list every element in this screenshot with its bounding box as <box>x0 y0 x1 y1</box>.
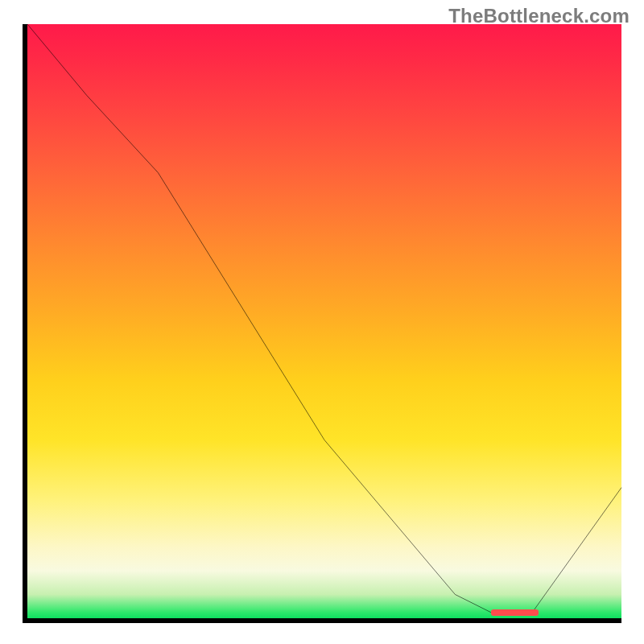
plot-area <box>23 24 621 623</box>
chart-container: TheBottleneck.com <box>0 0 644 644</box>
bottleneck-curve <box>27 24 621 618</box>
